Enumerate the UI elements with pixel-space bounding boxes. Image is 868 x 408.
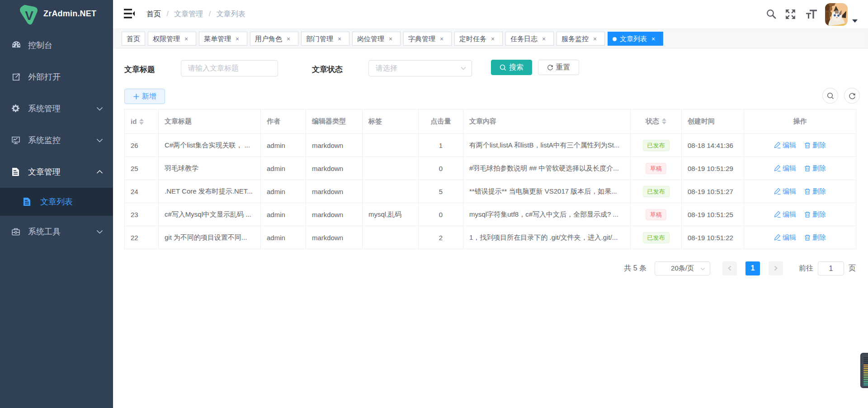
svg-text:V: V bbox=[25, 9, 33, 23]
